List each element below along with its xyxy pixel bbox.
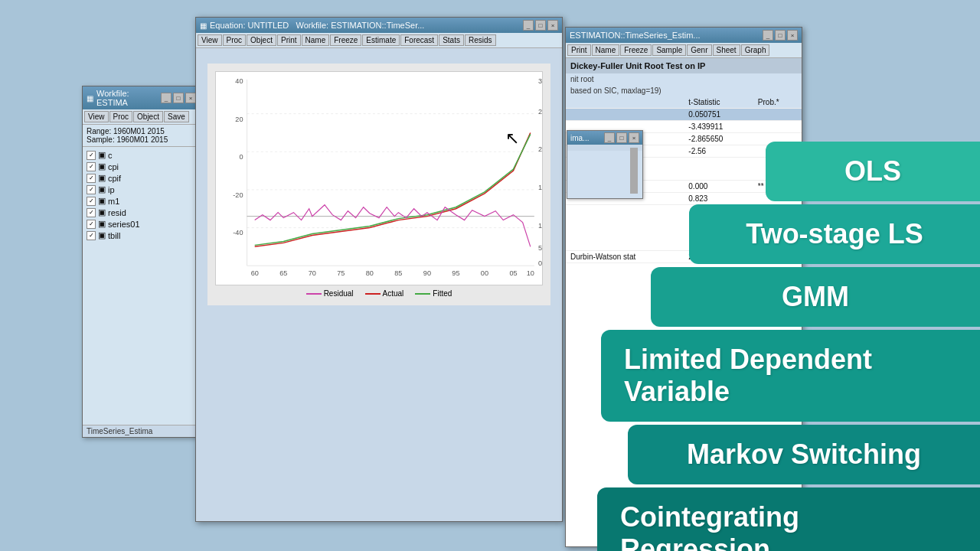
stats-name-btn[interactable]: Name: [592, 44, 620, 56]
stats-freeze-btn[interactable]: Freeze: [620, 44, 652, 56]
chart-inner: 40 20 0 -20 -40 300 250 200 150 100 50 0…: [215, 71, 543, 285]
col-label: [566, 96, 684, 109]
list-label-ip: ip: [108, 185, 115, 194]
list-label-series01: series01: [108, 220, 140, 229]
svg-text:60: 60: [251, 269, 259, 277]
col-t-stat: t-Statistic: [684, 96, 753, 109]
svg-text:-20: -20: [233, 191, 243, 199]
checkbox-resid[interactable]: ✓: [87, 208, 96, 217]
svg-text:95: 95: [452, 269, 459, 277]
list-label-cpif: cpif: [108, 174, 121, 183]
eq-freeze-btn[interactable]: Freeze: [330, 34, 361, 46]
card-markov-label: Markov Switching: [687, 439, 921, 471]
equation-toolbar: View Proc Object Print Name Freeze Estim…: [196, 33, 562, 48]
list-icon-c: ▣: [98, 150, 106, 160]
workfile-titlebar: ▦ Workfile: ESTIMA _ □ ×: [83, 86, 200, 109]
equation-close[interactable]: ×: [547, 20, 558, 31]
card-cointegrating-label: Cointegrating Regression: [620, 501, 957, 551]
col-prob: Prob.*: [753, 96, 802, 109]
card-markov[interactable]: Markov Switching: [628, 425, 980, 484]
checkbox-tbill[interactable]: ✓: [87, 231, 96, 240]
stats-header: Dickey-Fuller Unit Root Test on IP: [566, 58, 802, 73]
workfile-tab-label: TimeSeries_Estima: [87, 427, 152, 435]
stats-close[interactable]: ×: [787, 30, 798, 41]
stats-minimize[interactable]: _: [763, 30, 773, 41]
legend-actual: Actual: [365, 289, 404, 298]
eq-view-btn[interactable]: View: [198, 34, 222, 46]
workfile-minimize[interactable]: _: [161, 93, 172, 103]
chart-svg: 40 20 0 -20 -40 300 250 200 150 100 50 0…: [216, 72, 542, 285]
list-icon-tbill: ▣: [98, 230, 106, 240]
card-ols[interactable]: OLS: [766, 142, 980, 201]
workfile-close[interactable]: ×: [185, 93, 196, 103]
eq-name-btn[interactable]: Name: [302, 34, 330, 46]
workfile-proc-btn[interactable]: Proc: [109, 111, 133, 122]
list-label-c: c: [108, 151, 113, 160]
svg-text:20: 20: [235, 116, 243, 123]
legend-actual-line: [365, 293, 381, 295]
stats-sample-btn[interactable]: Sample: [652, 44, 686, 56]
list-icon-ip: ▣: [98, 184, 106, 194]
checkbox-series01[interactable]: ✓: [87, 220, 96, 229]
card-limited[interactable]: Limited Dependent Variable: [601, 330, 980, 422]
list-item[interactable]: ✓ ▣ tbill: [87, 230, 196, 241]
checkbox-c[interactable]: ✓: [87, 151, 96, 160]
svg-text:90: 90: [423, 269, 431, 277]
legend-fitted-label: Fitted: [433, 289, 452, 298]
eq-stats-btn[interactable]: Stats: [439, 34, 464, 46]
eq-print-btn[interactable]: Print: [277, 34, 301, 46]
cards-container: OLS Two-stage LS GMM Limited Dependent V…: [574, 142, 980, 551]
workfile-maximize[interactable]: □: [173, 93, 184, 103]
list-item[interactable]: ✓ ▣ m1: [87, 195, 196, 207]
workfile-sample: Sample: 1960M01 2015: [87, 135, 196, 144]
list-item[interactable]: ✓ ▣ c: [87, 149, 196, 161]
eq-resids-btn[interactable]: Resids: [465, 34, 496, 46]
list-icon-resid: ▣: [98, 207, 106, 217]
svg-text:40: 40: [235, 77, 243, 85]
stats-sheet-btn[interactable]: Sheet: [713, 44, 740, 56]
svg-text:75: 75: [337, 269, 345, 277]
workfile-tab[interactable]: TimeSeries_Estima: [83, 425, 200, 437]
svg-text:0: 0: [538, 259, 542, 267]
eq-estimate-btn[interactable]: Estimate: [362, 34, 400, 46]
list-item[interactable]: ✓ ▣ ip: [87, 184, 196, 195]
list-icon-cpif: ▣: [98, 173, 106, 183]
stats-genr-btn[interactable]: Genr: [687, 44, 711, 56]
checkbox-ip[interactable]: ✓: [87, 185, 96, 194]
checkbox-cpif[interactable]: ✓: [87, 174, 96, 183]
equation-win-controls: _ □ ×: [523, 20, 558, 31]
svg-text:80: 80: [366, 269, 374, 277]
checkbox-m1[interactable]: ✓: [87, 197, 96, 206]
stats-print-btn[interactable]: Print: [567, 44, 591, 56]
workfile-save-btn[interactable]: Save: [164, 111, 189, 122]
stats-graph-btn[interactable]: Graph: [741, 44, 770, 56]
list-item[interactable]: ✓ ▣ cpi: [87, 161, 196, 172]
list-label-m1: m1: [108, 197, 119, 206]
eq-proc-btn[interactable]: Proc: [223, 34, 247, 46]
stats-row: 0.050751: [566, 109, 802, 121]
card-two-stage[interactable]: Two-stage LS: [689, 204, 980, 264]
eq-object-btn[interactable]: Object: [247, 34, 276, 46]
card-gmm[interactable]: GMM: [651, 267, 980, 327]
list-item[interactable]: ✓ ▣ resid: [87, 207, 196, 218]
list-item[interactable]: ✓ ▣ cpif: [87, 172, 196, 184]
legend-residual-line: [306, 293, 322, 295]
legend-residual: Residual: [306, 289, 354, 298]
workfile-title: Workfile: ESTIMA: [96, 89, 158, 107]
svg-text:50: 50: [538, 244, 542, 252]
checkbox-cpi[interactable]: ✓: [87, 162, 96, 171]
card-cointegrating[interactable]: Cointegrating Regression: [597, 487, 980, 551]
chart-area: 40 20 0 -20 -40 300 250 200 150 100 50 0…: [207, 64, 550, 305]
equation-maximize[interactable]: □: [535, 20, 546, 31]
card-gmm-label: GMM: [782, 281, 849, 313]
stats-maximize[interactable]: □: [775, 30, 786, 41]
list-item[interactable]: ✓ ▣ series01: [87, 218, 196, 230]
workfile-object-btn[interactable]: Object: [133, 111, 163, 122]
equation-window: ▦ Equation: UNTITLED Workfile: ESTIMATIO…: [195, 17, 563, 522]
list-icon-m1: ▣: [98, 196, 106, 206]
workfile-view-btn[interactable]: View: [84, 111, 109, 122]
eq-forecast-btn[interactable]: Forecast: [400, 34, 438, 46]
card-limited-label: Limited Dependent Variable: [624, 344, 957, 408]
equation-minimize[interactable]: _: [523, 20, 534, 31]
stats-subheader1: nit root: [566, 73, 802, 85]
